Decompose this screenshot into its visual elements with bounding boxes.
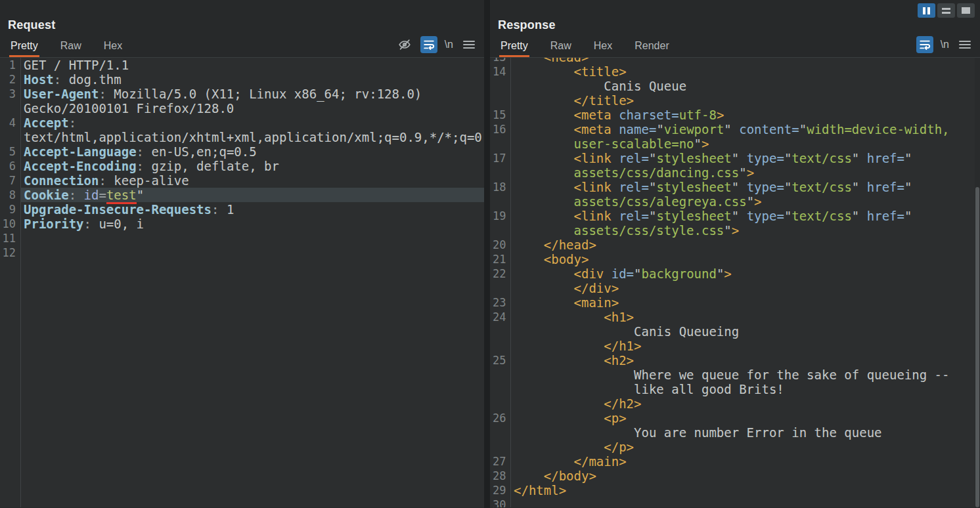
line-number: 25	[490, 353, 510, 368]
line-number	[490, 194, 510, 209]
response-tab-pretty[interactable]: Pretty	[499, 35, 529, 57]
code-row: 11	[0, 231, 484, 245]
single-layout-button[interactable]	[957, 3, 975, 18]
menu-icon[interactable]	[956, 36, 973, 53]
line-number: 19	[490, 209, 510, 223]
code-row: 16 <meta name="viewport" content="width=…	[490, 122, 980, 137]
code-text: like all good Brits!	[510, 382, 980, 396]
line-number: 15	[490, 108, 510, 122]
code-text: Gecko/20100101 Firefox/128.0	[20, 101, 484, 116]
code-text: <head>	[510, 58, 980, 64]
code-text	[20, 231, 484, 245]
layout-buttons	[918, 3, 975, 18]
line-number	[490, 79, 510, 93]
newline-icon[interactable]: \n	[445, 39, 453, 51]
code-text: assets/css/alegreya.css">	[510, 194, 980, 209]
code-text: </main>	[510, 454, 980, 469]
line-number	[490, 93, 510, 108]
line-number: 23	[490, 295, 510, 310]
code-row: 18 <link rel="stylesheet" type="text/css…	[490, 180, 980, 194]
response-editor-controls: \n	[916, 36, 973, 53]
code-text: user-scalable=no">	[510, 137, 980, 151]
response-editor[interactable]: 13 <head>14 <title> Canis Queue </title>…	[490, 58, 980, 507]
code-row: 10Priority: u=0, i	[0, 217, 484, 231]
word-wrap-icon[interactable]	[420, 36, 437, 53]
code-row: 26 <p>	[490, 411, 980, 425]
line-number: 30	[490, 497, 510, 507]
code-text: User-Agent: Mozilla/5.0 (X11; Linux x86_…	[20, 87, 484, 101]
response-tab-render[interactable]: Render	[633, 35, 670, 57]
line-number: 10	[0, 217, 20, 231]
request-tab-raw[interactable]: Raw	[59, 35, 83, 57]
code-text: <meta name="viewport" content="width=dev…	[510, 122, 980, 137]
hidden-characters-icon[interactable]	[396, 36, 413, 53]
line-number: 18	[490, 180, 510, 194]
scrollbar-thumb[interactable]	[975, 187, 979, 507]
line-number	[490, 137, 510, 151]
line-number: 27	[490, 454, 510, 469]
code-text: <p>	[510, 411, 980, 425]
response-header: Response Pretty Raw Hex Render \n	[490, 0, 980, 58]
newline-icon[interactable]: \n	[941, 39, 949, 51]
code-row: Canis Queue	[490, 79, 980, 93]
code-text: <link rel="stylesheet" type="text/css" h…	[510, 180, 980, 194]
code-row: 6Accept-Encoding: gzip, deflate, br	[0, 159, 484, 173]
code-row: 23 <main>	[490, 295, 980, 310]
code-text: text/html,application/xhtml+xml,applicat…	[20, 130, 484, 144]
code-row: assets/css/alegreya.css">	[490, 194, 980, 209]
code-text: Accept-Language: en-US,en;q=0.5	[20, 144, 484, 159]
request-editor[interactable]: 1GET / HTTP/1.12Host: dog.thm3User-Agent…	[0, 58, 484, 507]
code-row: 29</html>	[490, 483, 980, 497]
line-number: 4	[0, 116, 20, 130]
burp-repeater-view: Request Pretty Raw Hex	[0, 0, 980, 508]
code-row: Gecko/20100101 Firefox/128.0	[0, 101, 484, 116]
code-row: 20 </head>	[490, 238, 980, 252]
code-row: 5Accept-Language: en-US,en;q=0.5	[0, 144, 484, 159]
line-number	[490, 368, 510, 382]
code-row: 15 <meta charset=utf-8>	[490, 108, 980, 122]
request-tab-pretty[interactable]: Pretty	[9, 35, 39, 57]
line-number	[490, 396, 510, 411]
code-text: </title>	[510, 93, 980, 108]
code-row: 28 </body>	[490, 469, 980, 483]
code-row: 12	[0, 245, 484, 260]
code-row: 30	[490, 497, 980, 507]
request-header: Request Pretty Raw Hex	[0, 0, 484, 58]
code-text: <main>	[510, 295, 980, 310]
code-row: 1GET / HTTP/1.1	[0, 58, 484, 72]
line-number: 1	[0, 58, 20, 72]
code-row: 8Cookie: id=test"	[0, 188, 484, 202]
stacked-layout-button[interactable]	[937, 3, 955, 18]
code-row: Where we queue for the sake of queueing …	[490, 368, 980, 382]
response-tab-raw[interactable]: Raw	[549, 35, 573, 57]
response-code: 13 <head>14 <title> Canis Queue </title>…	[490, 58, 980, 507]
line-number: 5	[0, 144, 20, 159]
line-number: 21	[490, 252, 510, 266]
line-number: 17	[490, 151, 510, 165]
columns-layout-button[interactable]	[918, 3, 935, 18]
code-text: assets/css/style.css">	[510, 223, 980, 238]
code-text: </p>	[510, 440, 980, 454]
line-number: 9	[0, 202, 20, 217]
line-number	[490, 339, 510, 353]
menu-icon[interactable]	[460, 36, 478, 53]
line-number	[490, 324, 510, 339]
line-number: 14	[490, 64, 510, 79]
request-editor-controls: \n	[396, 36, 478, 53]
code-row: 14 <title>	[490, 64, 980, 79]
code-row: 17 <link rel="stylesheet" type="text/css…	[490, 151, 980, 165]
code-text: <meta charset=utf-8>	[510, 108, 980, 122]
line-number	[490, 165, 510, 180]
request-tab-hex[interactable]: Hex	[102, 35, 123, 57]
line-number: 28	[490, 469, 510, 483]
code-row: assets/css/dancing.css">	[490, 165, 980, 180]
word-wrap-icon[interactable]	[916, 36, 933, 53]
panel-divider[interactable]	[484, 0, 490, 508]
line-number: 24	[490, 310, 510, 324]
line-number: 6	[0, 159, 20, 173]
response-tab-hex[interactable]: Hex	[592, 35, 613, 57]
code-row: Canis Queueing	[490, 324, 980, 339]
response-scrollbar[interactable]	[975, 58, 980, 507]
request-code: 1GET / HTTP/1.12Host: dog.thm3User-Agent…	[0, 58, 484, 260]
code-text: Priority: u=0, i	[20, 217, 484, 231]
